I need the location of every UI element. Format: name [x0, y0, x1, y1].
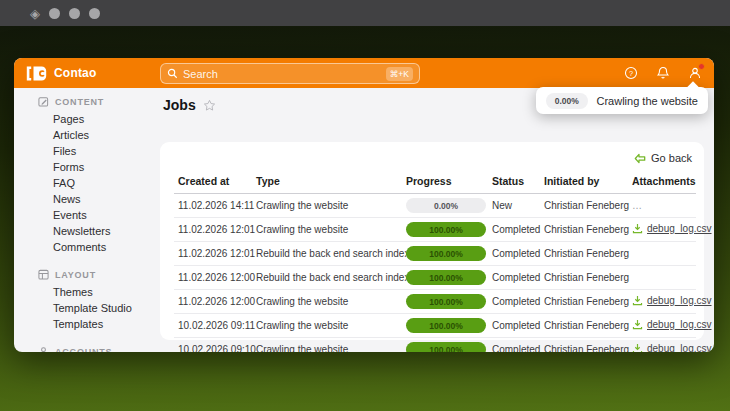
notification-badge	[698, 63, 705, 70]
sidebar-section-header[interactable]: Content	[38, 96, 155, 107]
sidebar: Content Pages Articles Files Forms FAQ N…	[14, 88, 155, 352]
cell-status: New	[488, 194, 540, 218]
cell-progress: 0.00%	[402, 194, 488, 218]
back-arrow-icon	[634, 153, 646, 164]
cell-progress: 100.00%	[402, 314, 488, 338]
cell-status: Completed	[488, 314, 540, 338]
diamond-icon[interactable]: ◈	[30, 7, 40, 20]
cell-created-at: 11.02.2026 14:11	[174, 194, 252, 218]
sidebar-item-themes[interactable]: Themes	[38, 284, 155, 300]
sidebar-item-pages[interactable]: Pages	[38, 111, 155, 127]
sidebar-item-newsletters[interactable]: Newsletters	[38, 223, 155, 239]
desktop-background: ◈ Contao ⌘+K	[0, 0, 730, 411]
window-control-dot[interactable]	[89, 8, 100, 19]
cell-type: Rebuild the back end search index	[252, 266, 402, 290]
table-row: 11.02.2026 14:11 Crawling the website 0.…	[174, 194, 696, 218]
cell-type: Crawling the website	[252, 290, 402, 314]
cell-type: Crawling the website	[252, 194, 402, 218]
cell-progress: 100.00%	[402, 290, 488, 314]
sidebar-item-files[interactable]: Files	[38, 143, 155, 159]
download-icon	[632, 343, 643, 352]
go-back-link[interactable]: Go back	[160, 142, 704, 166]
cell-attachments: debug_log.csv	[628, 338, 696, 353]
attachment-filename: debug_log.csv	[647, 343, 712, 352]
search-box[interactable]: ⌘+K	[160, 63, 420, 84]
sidebar-item-articles[interactable]: Articles	[38, 127, 155, 143]
sidebar-item-templates[interactable]: Templates	[38, 316, 155, 332]
jobs-card: Go back Created at Type Progress Status	[160, 142, 704, 340]
contao-window: Contao ⌘+K ?	[14, 58, 714, 352]
cell-initiated-by: Christian Feneberg	[540, 194, 628, 218]
attachment-link[interactable]: debug_log.csv	[632, 223, 712, 234]
sidebar-section-label: Content	[55, 97, 104, 107]
cell-progress: 100.00%	[402, 338, 488, 353]
cell-progress: 100.00%	[402, 242, 488, 266]
cell-status: Completed	[488, 338, 540, 353]
cell-created-at: 11.02.2026 12:00	[174, 290, 252, 314]
window-control-dot[interactable]	[69, 8, 80, 19]
cell-attachments: debug_log.csv	[628, 218, 696, 242]
progress-pill: 100.00%	[406, 294, 486, 309]
attachment-link[interactable]: debug_log.csv	[632, 319, 712, 330]
cell-status: Completed	[488, 242, 540, 266]
sidebar-section-label: Accounts	[55, 347, 112, 353]
progress-pill: 100.00%	[406, 246, 486, 261]
table-row: 11.02.2026 12:00 Crawling the website 10…	[174, 290, 696, 314]
window-control-dot[interactable]	[49, 8, 60, 19]
sidebar-section-label: Layout	[55, 270, 96, 280]
cell-created-at: 10.02.2026 09:10	[174, 338, 252, 353]
download-icon	[632, 319, 643, 330]
table-row: 10.02.2026 09:11 Crawling the website 10…	[174, 314, 696, 338]
cell-initiated-by: Christian Feneberg	[540, 338, 628, 353]
brand[interactable]: Contao	[26, 66, 97, 81]
sidebar-item-comments[interactable]: Comments	[38, 239, 155, 255]
go-back-label: Go back	[651, 152, 692, 164]
brand-name: Contao	[54, 66, 97, 80]
bell-icon[interactable]	[655, 66, 670, 81]
jobs-table: Created at Type Progress Status Initiate…	[174, 170, 696, 352]
table-row: 11.02.2026 12:01 Crawling the website 10…	[174, 218, 696, 242]
cell-created-at: 11.02.2026 12:00	[174, 266, 252, 290]
help-icon[interactable]: ?	[623, 66, 638, 81]
popover-job-label: Crawling the website	[597, 95, 699, 107]
search-icon	[167, 68, 178, 79]
sidebar-item-events[interactable]: Events	[38, 207, 155, 223]
layout-icon	[38, 269, 49, 280]
progress-pill: 100.00%	[406, 270, 486, 285]
attachment-link[interactable]: debug_log.csv	[632, 343, 712, 352]
app-header: Contao ⌘+K ?	[14, 58, 714, 88]
sidebar-section: Accounts	[38, 346, 155, 352]
sidebar-section-header[interactable]: Accounts	[38, 346, 155, 352]
col-progress: Progress	[402, 170, 488, 194]
cell-attachments: …	[628, 194, 696, 218]
cell-attachments: debug_log.csv	[628, 290, 696, 314]
progress-pill: 100.00%	[406, 222, 486, 237]
cell-initiated-by: Christian Feneberg	[540, 314, 628, 338]
main-content: Jobs Go back	[155, 88, 714, 352]
cell-type: Crawling the website	[252, 218, 402, 242]
popover-progress-pill: 0.00%	[546, 93, 588, 109]
contao-logo-icon	[26, 66, 47, 81]
cell-created-at: 10.02.2026 09:11	[174, 314, 252, 338]
cell-status: Completed	[488, 290, 540, 314]
cell-type: Crawling the website	[252, 314, 402, 338]
sidebar-item-forms[interactable]: Forms	[38, 159, 155, 175]
profile-icon[interactable]	[687, 66, 702, 81]
edit-icon	[38, 96, 49, 107]
cell-initiated-by: Christian Feneberg	[540, 290, 628, 314]
cell-status: Completed	[488, 218, 540, 242]
sidebar-item-news[interactable]: News	[38, 191, 155, 207]
cell-created-at: 11.02.2026 12:01	[174, 218, 252, 242]
attachment-link[interactable]: debug_log.csv	[632, 295, 712, 306]
sidebar-section-header[interactable]: Layout	[38, 269, 155, 280]
cell-initiated-by: Christian Feneberg	[540, 242, 628, 266]
favorite-star-icon[interactable]	[203, 99, 216, 112]
browser-topbar: ◈	[0, 0, 730, 26]
search-input[interactable]	[183, 68, 381, 80]
sidebar-item-template-studio[interactable]: Template Studio	[38, 300, 155, 316]
sidebar-item-faq[interactable]: FAQ	[38, 175, 155, 191]
cell-type: Crawling the website	[252, 338, 402, 353]
cell-initiated-by: Christian Feneberg	[540, 266, 628, 290]
progress-pill: 100.00%	[406, 318, 486, 333]
col-attachments: Attachments	[628, 170, 696, 194]
